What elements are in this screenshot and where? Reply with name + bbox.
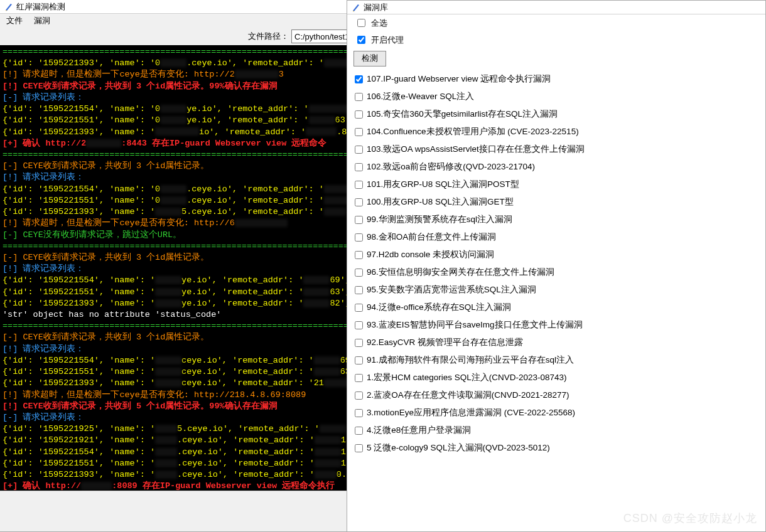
vuln-list: 107.IP-guard Webserver view 远程命令执行漏洞106.… xyxy=(347,69,765,458)
vuln-label: 5 泛微e-cology9 SQL注入漏洞(QVD-2023-5012) xyxy=(367,442,550,454)
vuln-label: 98.金和OA前台任意文件上传漏洞 xyxy=(367,231,496,243)
path-label: 文件路径： xyxy=(248,31,289,42)
list-item[interactable]: 103.致远OA wpsAssistServlet接口存在任意文件上传漏洞 xyxy=(347,141,765,158)
vuln-checkbox[interactable] xyxy=(355,339,363,347)
vuln-checkbox[interactable] xyxy=(355,269,363,277)
proxy-label: 开启代理 xyxy=(371,35,404,46)
list-item[interactable]: 94.泛微e-office系统存在SQL注入漏洞 xyxy=(347,299,765,316)
vuln-checkbox[interactable] xyxy=(355,251,363,259)
list-item[interactable]: 3.motionEye应用程序信息泄露漏洞 (CVE-2022-25568) xyxy=(347,404,765,422)
vuln-checkbox[interactable] xyxy=(355,321,363,329)
proxy-row[interactable]: 开启代理 xyxy=(347,31,765,48)
vuln-label: 92.EasyCVR 视频管理平台存在信息泄露 xyxy=(367,337,523,348)
vuln-checkbox[interactable] xyxy=(355,110,363,119)
lib-detect-button[interactable]: 检测 xyxy=(353,51,386,66)
vuln-label: 95.安美数字酒店宽带运营系统SQL注入漏洞 xyxy=(367,284,536,295)
vuln-checkbox[interactable] xyxy=(355,427,363,435)
main-window-title: 红岸漏洞检测 xyxy=(16,1,65,13)
vuln-label: 103.致远OA wpsAssistServlet接口存在任意文件上传漏洞 xyxy=(367,144,585,155)
vuln-checkbox[interactable] xyxy=(355,181,363,189)
vuln-label: 91.成都海翔软件有限公司海翔药业云平台存在sql注入 xyxy=(367,354,574,366)
list-item[interactable]: 1.宏景HCM categories SQL注入(CNVD-2023-08743… xyxy=(347,369,765,386)
vuln-checkbox[interactable] xyxy=(355,391,363,400)
list-item[interactable]: 102.致远oa前台密码修改(QVD-2023-21704) xyxy=(347,158,765,176)
vuln-checkbox[interactable] xyxy=(355,163,363,171)
vuln-label: 102.致远oa前台密码修改(QVD-2023-21704) xyxy=(367,161,535,173)
list-item[interactable]: 95.安美数字酒店宽带运营系统SQL注入漏洞 xyxy=(347,281,765,299)
lib-window-title: 漏洞库 xyxy=(364,2,388,13)
app-icon xyxy=(5,3,13,11)
vuln-checkbox[interactable] xyxy=(355,146,363,154)
vuln-checkbox[interactable] xyxy=(355,286,363,294)
vuln-label: 107.IP-guard Webserver view 远程命令执行漏洞 xyxy=(367,73,551,85)
vuln-checkbox[interactable] xyxy=(355,128,363,136)
vuln-checkbox[interactable] xyxy=(355,93,363,101)
vuln-label: 101.用友GRP-U8 SQL注入漏洞POST型 xyxy=(367,179,519,190)
vuln-label: 1.宏景HCM categories SQL注入(CNVD-2023-08743… xyxy=(367,372,567,383)
list-item[interactable]: 93.蓝凌EIS智慧协同平台saveImg接口任意文件上传漏洞 xyxy=(347,316,765,334)
vuln-label: 2.蓝凌OA存在任意文件读取漏洞(CNVD-2021-28277) xyxy=(367,390,569,401)
vuln-label: 94.泛微e-office系统存在SQL注入漏洞 xyxy=(367,302,511,313)
vuln-label: 104.Confluence未授权管理用户添加 (CVE-2023-22515) xyxy=(367,126,579,137)
vuln-label: 100.用友GRP-U8 SQL注入漏洞GET型 xyxy=(367,196,514,208)
app-icon xyxy=(352,3,360,12)
select-all-row[interactable]: 全选 xyxy=(347,14,765,31)
lib-title-bar: 漏洞库 xyxy=(347,1,765,14)
list-item[interactable]: 101.用友GRP-U8 SQL注入漏洞POST型 xyxy=(347,176,765,193)
menu-file[interactable]: 文件 xyxy=(6,15,23,26)
proxy-checkbox[interactable] xyxy=(357,36,365,44)
menu-vuln[interactable]: 漏洞 xyxy=(34,15,50,26)
list-item[interactable]: 92.EasyCVR 视频管理平台存在信息泄露 xyxy=(347,334,765,351)
vuln-label: 105.奇安信360天擎getsimilarlist存在SQL注入漏洞 xyxy=(367,109,558,120)
vuln-checkbox[interactable] xyxy=(355,304,363,312)
list-item[interactable]: 105.奇安信360天擎getsimilarlist存在SQL注入漏洞 xyxy=(347,105,765,123)
list-item[interactable]: 100.用友GRP-U8 SQL注入漏洞GET型 xyxy=(347,193,765,211)
list-item[interactable]: 2.蓝凌OA存在任意文件读取漏洞(CNVD-2021-28277) xyxy=(347,386,765,404)
lib-window: 漏洞库 全选 开启代理 检测 107.IP-guard Webserver vi… xyxy=(347,0,766,532)
vuln-checkbox[interactable] xyxy=(355,216,363,224)
list-item[interactable]: 99.华测监测预警系统存在sql注入漏洞 xyxy=(347,211,765,228)
list-item[interactable]: 5 泛微e-cology9 SQL注入漏洞(QVD-2023-5012) xyxy=(347,439,765,457)
vuln-checkbox[interactable] xyxy=(355,444,363,452)
list-item[interactable]: 107.IP-guard Webserver view 远程命令执行漏洞 xyxy=(347,70,765,88)
vuln-label: 99.华测监测预警系统存在sql注入漏洞 xyxy=(367,214,512,225)
vuln-checkbox[interactable] xyxy=(355,75,363,83)
vuln-label: 93.蓝凌EIS智慧协同平台saveImg接口任意文件上传漏洞 xyxy=(367,319,583,331)
vuln-label: 106.泛微e-Weaver SQL注入 xyxy=(367,91,474,102)
select-all-checkbox[interactable] xyxy=(357,19,365,27)
list-item[interactable]: 97.H2db console 未授权访问漏洞 xyxy=(347,246,765,263)
vuln-checkbox[interactable] xyxy=(355,233,363,242)
vuln-label: 3.motionEye应用程序信息泄露漏洞 (CVE-2022-25568) xyxy=(367,407,575,418)
vuln-label: 4.泛微e8任意用户登录漏洞 xyxy=(367,425,471,436)
list-item[interactable]: 91.成都海翔软件有限公司海翔药业云平台存在sql注入 xyxy=(347,351,765,369)
vuln-checkbox[interactable] xyxy=(355,198,363,206)
vuln-checkbox[interactable] xyxy=(355,356,363,364)
list-item[interactable]: 98.金和OA前台任意文件上传漏洞 xyxy=(347,228,765,246)
list-item[interactable]: 106.泛微e-Weaver SQL注入 xyxy=(347,88,765,105)
select-all-label: 全选 xyxy=(371,18,387,29)
list-item[interactable]: 4.泛微e8任意用户登录漏洞 xyxy=(347,422,765,439)
vuln-checkbox[interactable] xyxy=(355,374,363,382)
list-item[interactable]: 96.安恒信息明御安全网关存在任意文件上传漏洞 xyxy=(347,263,765,281)
vuln-checkbox[interactable] xyxy=(355,409,363,417)
list-item[interactable]: 104.Confluence未授权管理用户添加 (CVE-2023-22515) xyxy=(347,123,765,141)
vuln-label: 96.安恒信息明御安全网关存在任意文件上传漏洞 xyxy=(367,267,554,278)
vuln-label: 97.H2db console 未授权访问漏洞 xyxy=(367,249,494,260)
